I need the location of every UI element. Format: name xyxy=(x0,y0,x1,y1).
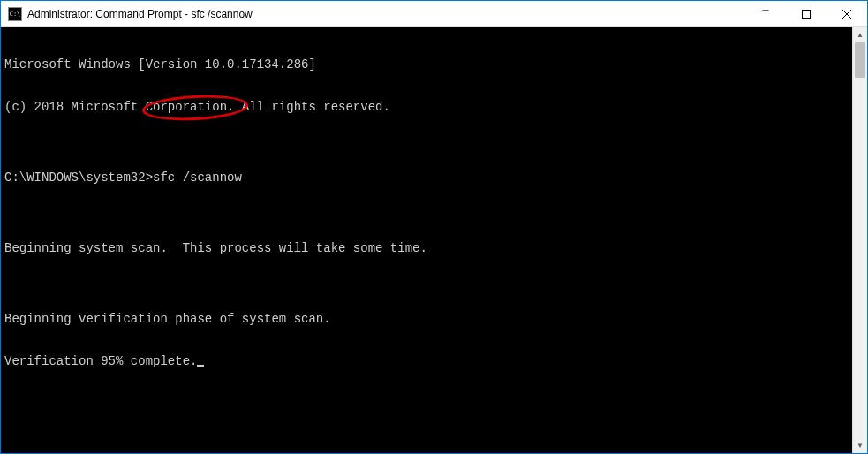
window-controls: ─ xyxy=(745,1,867,26)
scroll-thumb[interactable] xyxy=(855,42,865,78)
console-line: Beginning system scan. This process will… xyxy=(4,241,849,255)
cursor xyxy=(197,365,204,367)
console-area: Microsoft Windows [Version 10.0.17134.28… xyxy=(1,27,867,453)
chevron-up-icon: ▲ xyxy=(857,31,864,39)
minimize-icon: ─ xyxy=(762,5,768,15)
scroll-down-button[interactable]: ▼ xyxy=(853,438,867,453)
console-line: Microsoft Windows [Version 10.0.17134.28… xyxy=(4,57,849,72)
maximize-icon xyxy=(802,10,811,19)
console-line: Beginning verification phase of system s… xyxy=(4,312,849,326)
window-title: Administrator: Command Prompt - sfc /sca… xyxy=(27,8,745,20)
chevron-down-icon: ▼ xyxy=(857,442,864,450)
console-line: (c) 2018 Microsoft Corporation. All righ… xyxy=(4,100,849,114)
console-output[interactable]: Microsoft Windows [Version 10.0.17134.28… xyxy=(1,27,852,453)
maximize-button[interactable] xyxy=(786,1,826,26)
svg-rect-0 xyxy=(803,10,811,18)
console-line: Verification 95% complete. xyxy=(4,354,849,368)
close-icon xyxy=(842,10,851,19)
titlebar[interactable]: C:\ Administrator: Command Prompt - sfc … xyxy=(1,1,867,27)
cmd-icon: C:\ xyxy=(8,7,22,21)
scroll-track[interactable] xyxy=(853,42,867,438)
close-button[interactable] xyxy=(826,1,867,26)
minimize-button[interactable]: ─ xyxy=(745,1,786,26)
vertical-scrollbar[interactable]: ▲ ▼ xyxy=(852,27,867,453)
scroll-up-button[interactable]: ▲ xyxy=(853,27,867,42)
console-line: C:\WINDOWS\system32>sfc /scannow xyxy=(4,170,849,185)
